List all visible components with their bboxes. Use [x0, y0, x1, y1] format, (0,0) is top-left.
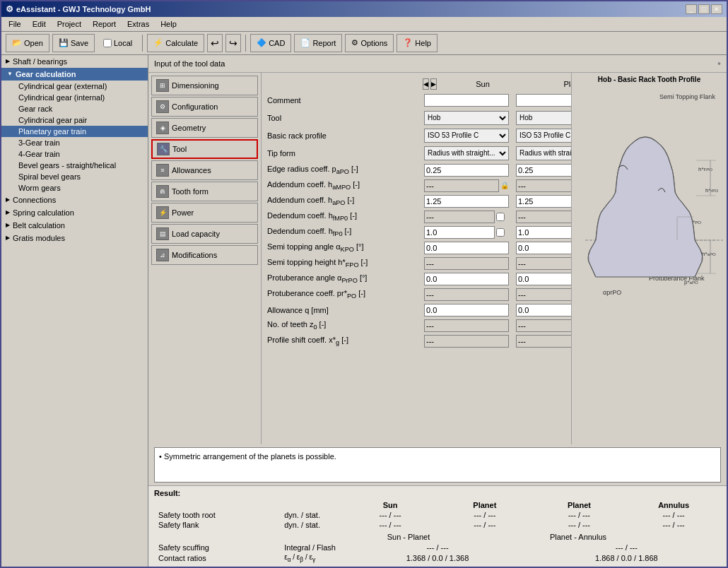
- tool-sun-select[interactable]: Hob Grinding wheel Shaper: [424, 111, 509, 125]
- geometry-button[interactable]: ◈ Geometry: [151, 118, 258, 138]
- addendum2-planet-input[interactable]: [516, 195, 571, 208]
- no-teeth-sun-input[interactable]: [424, 319, 509, 332]
- open-button[interactable]: 📂 Open: [6, 34, 49, 52]
- configuration-button[interactable]: ⚙ Configuration: [151, 97, 258, 117]
- dedendum2-sun-input[interactable]: [424, 226, 495, 239]
- result-panel: Result: Sun Planet Planet Annulus: [148, 485, 727, 567]
- calculate-button[interactable]: ⚡ Calculate: [147, 34, 204, 52]
- sidebar-item-cyl-ext[interactable]: Cylindrical gear (external): [1, 81, 148, 92]
- comment-planet-input[interactable]: [516, 94, 571, 107]
- protuberance-angle-sun-input[interactable]: [424, 273, 509, 285]
- tooth-form-button[interactable]: ⋒ Tooth form: [151, 182, 258, 201]
- power-button[interactable]: ⚡ Power: [151, 203, 258, 223]
- profile-shift-sun-input[interactable]: [424, 335, 509, 348]
- safety-flank-col: dyn. / stat.: [280, 520, 343, 530]
- sidebar-item-bevel[interactable]: Bevel gears - straight/helical: [1, 160, 148, 171]
- cad-button[interactable]: 🔷 CAD: [250, 34, 291, 52]
- semi-topping-angle-sun-input[interactable]: [424, 242, 509, 254]
- sidebar-item-worm[interactable]: Worm gears: [1, 182, 148, 194]
- profile-shift-planet-input[interactable]: [516, 335, 571, 348]
- protuberance-angle-planet-input[interactable]: [516, 273, 571, 285]
- protuberance-coeff-planet-input[interactable]: [516, 288, 571, 301]
- semi-topping-height-planet-input[interactable]: [516, 257, 571, 270]
- tip-form-sun-select[interactable]: Radius with straight... Sharp tip Chamfe…: [424, 146, 509, 160]
- dedendum2-sun-checkbox[interactable]: [496, 228, 505, 237]
- modifications-button[interactable]: ⊿ Modifications: [151, 245, 258, 265]
- help-button[interactable]: ❓ Help: [397, 34, 438, 52]
- sidebar-item-3gear[interactable]: 3-Gear train: [1, 137, 148, 148]
- tip-form-sun-cell: Radius with straight... Sharp tip Chamfe…: [423, 146, 515, 160]
- content-split: ⊞ Dimensioning ⚙ Configuration ◈ Geometr…: [148, 73, 727, 444]
- sidebar-item-belt-calc[interactable]: ▶ Belt calculation: [1, 219, 148, 232]
- sidebar-item-shaft-bearings[interactable]: ▶ Shaft / bearings: [1, 55, 148, 68]
- menu-help[interactable]: Help: [156, 18, 181, 30]
- minimize-button[interactable]: _: [686, 4, 697, 14]
- allowance-planet-input[interactable]: [516, 304, 571, 316]
- dedendum1-planet-input[interactable]: [516, 211, 571, 223]
- load-capacity-button[interactable]: ▤ Load capacity: [151, 224, 258, 244]
- dedendum2-planet-input[interactable]: [516, 226, 571, 239]
- sidebar-item-cyl-int[interactable]: Cylindrical gear (internal): [1, 92, 148, 103]
- maximize-button[interactable]: □: [698, 4, 710, 14]
- options-button[interactable]: ⚙ Options: [345, 34, 394, 52]
- semi-topping-angle-planet-input[interactable]: [516, 242, 571, 254]
- tip-form-planet-select[interactable]: Radius with straight... Sharp tip Chamfe…: [516, 146, 571, 160]
- title-bar: ⚙ eAssistant - GWJ Technology GmbH _ □ ✕: [1, 1, 727, 17]
- basic-rack-planet-select[interactable]: ISO 53 Profile C ISO 53 Profile A ISO 53…: [516, 129, 571, 143]
- close-button[interactable]: ✕: [711, 4, 722, 14]
- menu-project[interactable]: Project: [53, 18, 86, 30]
- menu-extras[interactable]: Extras: [123, 18, 153, 30]
- no-teeth-planet-input[interactable]: [516, 319, 571, 332]
- result-row-tooth-root: Safety tooth root dyn. / stat. --- / ---…: [154, 510, 721, 520]
- sidebar-item-cyl-pair[interactable]: Cylindrical gear pair: [1, 114, 148, 126]
- info-message: • Symmetric arrangement of the planets i…: [159, 452, 336, 461]
- semi-topping-height-sun-cell: [423, 257, 515, 270]
- prev-arrow[interactable]: ◀: [423, 78, 429, 90]
- menu-bar: File Edit Project Report Extras Help: [1, 17, 727, 32]
- contact-planet-annulus: 1.868 / 0.0 / 1.868: [532, 552, 721, 564]
- basic-rack-sun-select[interactable]: ISO 53 Profile C ISO 53 Profile A ISO 53…: [424, 129, 509, 143]
- tool-planet-select[interactable]: Hob Grinding wheel Shaper: [516, 111, 571, 125]
- tool-button[interactable]: 🔧 Tool: [151, 139, 258, 159]
- tool-sun-cell: Hob Grinding wheel Shaper: [423, 111, 515, 125]
- dedendum1-sun-checkbox[interactable]: [496, 213, 505, 221]
- sidebar-item-gear-rack[interactable]: Gear rack: [1, 103, 148, 114]
- local-checkbox-label[interactable]: Local: [98, 34, 138, 52]
- result-col-sun: Sun: [343, 500, 438, 510]
- report-button[interactable]: 📄 Report: [294, 34, 342, 52]
- undo-button[interactable]: ↩: [207, 34, 223, 52]
- sidebar-item-4gear[interactable]: 4-Gear train: [1, 148, 148, 160]
- allowances-button[interactable]: ≡ Allowances: [151, 160, 258, 180]
- sidebar-group-gear-calc[interactable]: ▼ Gear calculation: [1, 68, 148, 81]
- protuberance-coeff-sun-input[interactable]: [424, 288, 509, 301]
- sidebar-item-gratis[interactable]: ▶ Gratis modules: [1, 232, 148, 244]
- power-icon: ⚡: [156, 206, 169, 219]
- edge-radius-planet-cell: [515, 164, 571, 177]
- sidebar-item-spring-calc[interactable]: ▶ Spring calculation: [1, 206, 148, 219]
- next-arrow[interactable]: ▶: [430, 78, 437, 90]
- comment-sun-input[interactable]: [424, 94, 509, 107]
- menu-edit[interactable]: Edit: [28, 18, 50, 30]
- menu-report[interactable]: Report: [88, 18, 120, 30]
- sidebar-item-connections[interactable]: ▶ Connections: [1, 194, 148, 206]
- addendum1-planet-input[interactable]: [516, 179, 571, 192]
- local-checkbox[interactable]: [103, 39, 112, 47]
- redo-button[interactable]: ↪: [225, 34, 241, 52]
- sidebar-item-planetary[interactable]: Planetary gear train: [1, 126, 148, 137]
- addendum2-sun-input[interactable]: [424, 195, 509, 208]
- result-row-safety-flank: Safety flank dyn. / stat. --- / --- --- …: [154, 520, 721, 530]
- save-button[interactable]: 💾 Save: [52, 34, 95, 52]
- allowance-sun-input[interactable]: [424, 304, 509, 316]
- edge-radius-planet-input[interactable]: [516, 164, 571, 177]
- safety-flank-sun: --- / ---: [343, 520, 438, 530]
- semi-topping-angle-sun-cell: [423, 242, 515, 254]
- edge-radius-sun-input[interactable]: [424, 164, 509, 177]
- addendum1-sun-input[interactable]: [424, 179, 499, 192]
- dedendum1-sun-input[interactable]: [424, 211, 495, 223]
- title-controls[interactable]: _ □ ✕: [686, 4, 722, 14]
- tooth-form-icon: ⋒: [156, 185, 169, 198]
- sidebar-item-spiral[interactable]: Spiral bevel gears: [1, 171, 148, 182]
- dimensioning-button[interactable]: ⊞ Dimensioning: [151, 76, 258, 95]
- menu-file[interactable]: File: [4, 18, 25, 30]
- semi-topping-height-sun-input[interactable]: [424, 257, 509, 270]
